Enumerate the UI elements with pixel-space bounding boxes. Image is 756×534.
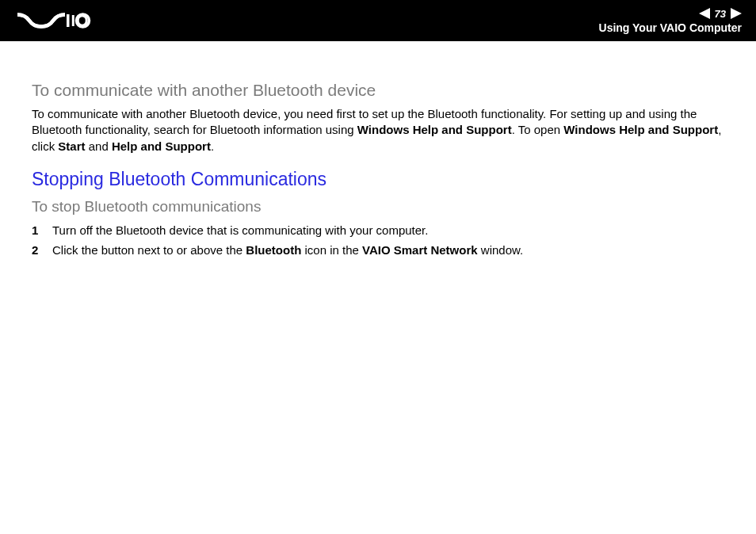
- text-bold: Bluetooth: [246, 243, 301, 257]
- text: icon in the: [301, 243, 362, 257]
- step-1: 1 Turn off the Bluetooth device that is …: [32, 222, 732, 238]
- vaio-logo-svg: IO: [17, 12, 105, 29]
- text-bold: Help and Support: [112, 139, 211, 153]
- step-text: Click the button next to or above the Bl…: [52, 242, 523, 258]
- text: window.: [478, 243, 524, 257]
- step-text: Turn off the Bluetooth device that is co…: [52, 222, 428, 238]
- section2-heading-sub: To stop Bluetooth communications: [32, 198, 732, 216]
- step-number: 1: [32, 222, 52, 238]
- vaio-logo: IO: [17, 12, 105, 29]
- text-bold: VAIO Smart Network: [362, 243, 478, 257]
- section1-paragraph: To communicate with another Bluetooth de…: [32, 106, 732, 154]
- prev-page-icon[interactable]: [699, 8, 710, 19]
- text: and: [86, 139, 112, 153]
- text: .: [211, 139, 214, 153]
- svg-rect-1: [67, 14, 70, 27]
- step-2: 2 Click the button next to or above the …: [32, 242, 732, 258]
- text: Click the button next to or above the: [52, 243, 246, 257]
- text-bold: Windows Help and Support: [357, 123, 512, 136]
- page-number: 73: [715, 8, 726, 20]
- header-bar: IO 73 Using Your VAIO Computer: [0, 0, 756, 41]
- text: . To open: [512, 123, 564, 136]
- breadcrumb: Using Your VAIO Computer: [599, 21, 742, 34]
- header-right: 73 Using Your VAIO Computer: [599, 8, 742, 34]
- text-bold: Windows Help and Support: [563, 123, 718, 136]
- section2-heading-main: Stopping Bluetooth Communications: [32, 169, 732, 190]
- page-content: To communicate with another Bluetooth de…: [0, 41, 756, 258]
- step-number: 2: [32, 242, 52, 258]
- text-bold: Start: [58, 139, 85, 153]
- next-page-icon[interactable]: [731, 8, 742, 19]
- page-nav: 73: [699, 8, 742, 20]
- section1-heading: To communicate with another Bluetooth de…: [32, 81, 732, 100]
